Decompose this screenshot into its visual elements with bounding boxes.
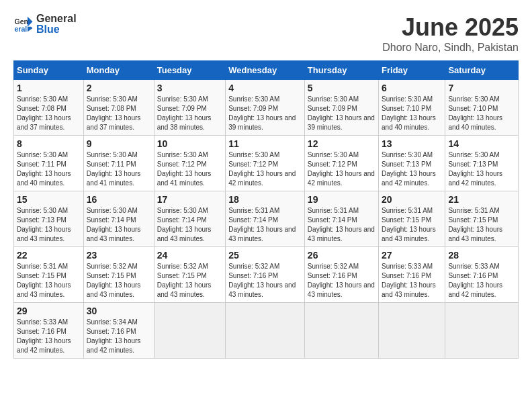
cell-info: Sunrise: 5:33 AMSunset: 7:16 PMDaylight:…: [17, 318, 81, 355]
week-row-4: 22Sunrise: 5:31 AMSunset: 7:15 PMDayligh…: [14, 247, 519, 303]
calendar-subtitle: Dhoro Naro, Sindh, Pakistan: [382, 42, 519, 54]
day-number: 11: [228, 138, 302, 149]
day-number: 3: [157, 83, 222, 93]
calendar-cell: 1Sunrise: 5:30 AMSunset: 7:08 PMDaylight…: [14, 80, 84, 136]
cell-info: Sunrise: 5:34 AMSunset: 7:16 PMDaylight:…: [87, 318, 151, 355]
cell-info: Sunrise: 5:32 AMSunset: 7:16 PMDaylight:…: [308, 262, 375, 300]
calendar-cell: 18Sunrise: 5:31 AMSunset: 7:14 PMDayligh…: [226, 191, 305, 247]
day-number: 23: [87, 250, 151, 261]
calendar-cell: 29Sunrise: 5:33 AMSunset: 7:16 PMDayligh…: [14, 303, 84, 359]
cell-info: Sunrise: 5:30 AMSunset: 7:09 PMDaylight:…: [308, 95, 375, 132]
calendar-cell: [226, 303, 305, 359]
svg-marker-2: [28, 17, 33, 32]
day-number: 27: [382, 250, 442, 261]
day-header-monday: Monday: [83, 61, 154, 80]
calendar-cell: [445, 303, 519, 359]
day-number: 19: [308, 194, 375, 205]
week-row-1: 1Sunrise: 5:30 AMSunset: 7:08 PMDaylight…: [14, 80, 519, 136]
cell-info: Sunrise: 5:33 AMSunset: 7:16 PMDaylight:…: [448, 262, 515, 300]
day-number: 9: [87, 138, 151, 149]
calendar-cell: [379, 303, 445, 359]
calendar-cell: 11Sunrise: 5:30 AMSunset: 7:12 PMDayligh…: [226, 136, 305, 191]
logo: Gen eral General Blue: [13, 13, 77, 35]
calendar-cell: 28Sunrise: 5:33 AMSunset: 7:16 PMDayligh…: [445, 247, 519, 303]
cell-info: Sunrise: 5:30 AMSunset: 7:11 PMDaylight:…: [87, 150, 151, 188]
calendar-cell: 8Sunrise: 5:30 AMSunset: 7:11 PMDaylight…: [14, 136, 84, 191]
day-number: 21: [448, 194, 515, 205]
day-number: 14: [448, 138, 515, 149]
calendar-cell: 20Sunrise: 5:31 AMSunset: 7:15 PMDayligh…: [379, 191, 445, 247]
day-number: 25: [228, 250, 302, 261]
cell-info: Sunrise: 5:30 AMSunset: 7:12 PMDaylight:…: [308, 150, 375, 188]
cell-info: Sunrise: 5:30 AMSunset: 7:13 PMDaylight:…: [17, 206, 81, 244]
day-header-thursday: Thursday: [304, 61, 378, 80]
cell-info: Sunrise: 5:31 AMSunset: 7:14 PMDaylight:…: [228, 206, 302, 244]
cell-info: Sunrise: 5:31 AMSunset: 7:15 PMDaylight:…: [448, 206, 515, 244]
calendar-cell: 13Sunrise: 5:30 AMSunset: 7:13 PMDayligh…: [379, 136, 445, 191]
day-number: 24: [157, 250, 222, 261]
calendar-cell: 30Sunrise: 5:34 AMSunset: 7:16 PMDayligh…: [83, 303, 154, 359]
calendar-cell: 9Sunrise: 5:30 AMSunset: 7:11 PMDaylight…: [83, 136, 154, 191]
cell-info: Sunrise: 5:30 AMSunset: 7:09 PMDaylight:…: [228, 95, 302, 132]
calendar-cell: 27Sunrise: 5:33 AMSunset: 7:16 PMDayligh…: [379, 247, 445, 303]
day-number: 16: [87, 194, 151, 205]
calendar-cell: 19Sunrise: 5:31 AMSunset: 7:14 PMDayligh…: [304, 191, 378, 247]
day-number: 5: [308, 83, 375, 93]
cell-info: Sunrise: 5:30 AMSunset: 7:10 PMDaylight:…: [448, 95, 515, 132]
cell-info: Sunrise: 5:31 AMSunset: 7:14 PMDaylight:…: [308, 206, 375, 244]
logo-icon: Gen eral: [13, 14, 34, 34]
day-header-sunday: Sunday: [14, 61, 84, 80]
cell-info: Sunrise: 5:30 AMSunset: 7:12 PMDaylight:…: [228, 150, 302, 188]
cell-info: Sunrise: 5:30 AMSunset: 7:10 PMDaylight:…: [382, 95, 442, 132]
day-number: 15: [17, 194, 81, 205]
cell-info: Sunrise: 5:31 AMSunset: 7:15 PMDaylight:…: [382, 206, 442, 244]
cell-info: Sunrise: 5:32 AMSunset: 7:15 PMDaylight:…: [87, 262, 151, 300]
svg-text:eral: eral: [15, 25, 28, 33]
calendar-cell: 2Sunrise: 5:30 AMSunset: 7:08 PMDaylight…: [83, 80, 154, 136]
calendar-cell: 21Sunrise: 5:31 AMSunset: 7:15 PMDayligh…: [445, 191, 519, 247]
day-header-tuesday: Tuesday: [154, 61, 225, 80]
cell-info: Sunrise: 5:33 AMSunset: 7:16 PMDaylight:…: [382, 262, 442, 300]
day-number: 17: [157, 194, 222, 205]
cell-info: Sunrise: 5:30 AMSunset: 7:11 PMDaylight:…: [17, 150, 81, 188]
calendar-cell: [304, 303, 378, 359]
calendar-title: June 2025: [382, 13, 519, 42]
day-number: 12: [308, 138, 375, 149]
day-header-friday: Friday: [379, 61, 445, 80]
cell-info: Sunrise: 5:30 AMSunset: 7:08 PMDaylight:…: [17, 95, 81, 132]
day-number: 2: [87, 83, 151, 93]
week-row-2: 8Sunrise: 5:30 AMSunset: 7:11 PMDaylight…: [14, 136, 519, 191]
calendar-cell: 14Sunrise: 5:30 AMSunset: 7:13 PMDayligh…: [445, 136, 519, 191]
calendar-cell: 26Sunrise: 5:32 AMSunset: 7:16 PMDayligh…: [304, 247, 378, 303]
cell-info: Sunrise: 5:30 AMSunset: 7:12 PMDaylight:…: [157, 150, 222, 188]
cell-info: Sunrise: 5:30 AMSunset: 7:08 PMDaylight:…: [87, 95, 151, 132]
calendar-cell: 15Sunrise: 5:30 AMSunset: 7:13 PMDayligh…: [14, 191, 84, 247]
calendar-cell: 23Sunrise: 5:32 AMSunset: 7:15 PMDayligh…: [83, 247, 154, 303]
day-number: 26: [308, 250, 375, 261]
day-number: 29: [17, 306, 81, 316]
cell-info: Sunrise: 5:30 AMSunset: 7:14 PMDaylight:…: [157, 206, 222, 244]
calendar-cell: 12Sunrise: 5:30 AMSunset: 7:12 PMDayligh…: [304, 136, 378, 191]
cell-info: Sunrise: 5:32 AMSunset: 7:16 PMDaylight:…: [228, 262, 302, 300]
cell-info: Sunrise: 5:31 AMSunset: 7:15 PMDaylight:…: [17, 262, 81, 300]
day-header-saturday: Saturday: [445, 61, 519, 80]
logo-blue: Blue: [36, 24, 77, 35]
day-header-wednesday: Wednesday: [226, 61, 305, 80]
calendar-cell: 17Sunrise: 5:30 AMSunset: 7:14 PMDayligh…: [154, 191, 225, 247]
calendar-table: SundayMondayTuesdayWednesdayThursdayFrid…: [13, 60, 519, 359]
title-area: June 2025 Dhoro Naro, Sindh, Pakistan: [382, 13, 519, 54]
day-number: 30: [87, 306, 151, 316]
week-row-5: 29Sunrise: 5:33 AMSunset: 7:16 PMDayligh…: [14, 303, 519, 359]
week-row-3: 15Sunrise: 5:30 AMSunset: 7:13 PMDayligh…: [14, 191, 519, 247]
day-number: 28: [448, 250, 515, 261]
day-number: 6: [382, 83, 442, 93]
calendar-cell: 24Sunrise: 5:32 AMSunset: 7:15 PMDayligh…: [154, 247, 225, 303]
day-number: 8: [17, 138, 81, 149]
cell-info: Sunrise: 5:30 AMSunset: 7:14 PMDaylight:…: [87, 206, 151, 244]
cell-info: Sunrise: 5:30 AMSunset: 7:09 PMDaylight:…: [157, 95, 222, 132]
calendar-cell: 7Sunrise: 5:30 AMSunset: 7:10 PMDaylight…: [445, 80, 519, 136]
day-number: 22: [17, 250, 81, 261]
cell-info: Sunrise: 5:30 AMSunset: 7:13 PMDaylight:…: [382, 150, 442, 188]
logo-general: General: [36, 13, 77, 24]
day-number: 20: [382, 194, 442, 205]
